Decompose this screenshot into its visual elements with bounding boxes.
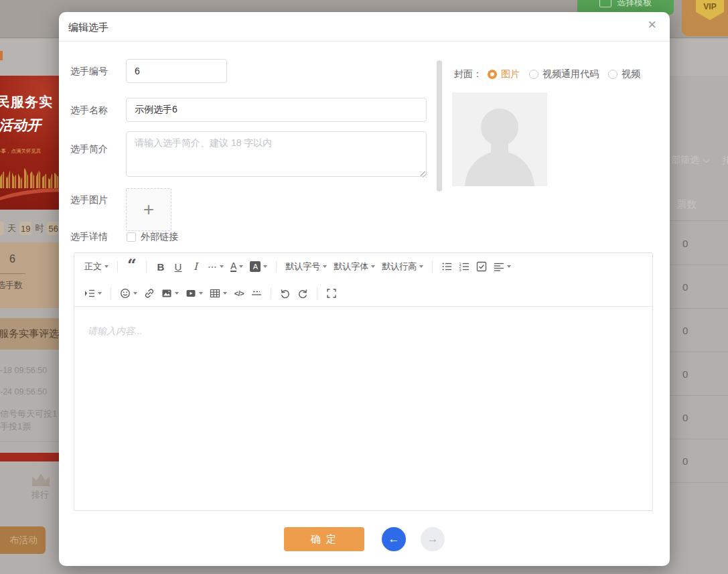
vip-button[interactable]: VIP bbox=[682, 0, 728, 36]
insert-table-dropdown[interactable] bbox=[206, 284, 230, 303]
publish-activity-button[interactable]: 布活动 bbox=[0, 526, 46, 554]
end-time-text: -24 09:56:50 bbox=[0, 387, 47, 397]
dialog-title: 编辑选手 bbox=[68, 21, 108, 34]
name-input[interactable] bbox=[126, 98, 427, 122]
dialog-footer: 确 定 ← → bbox=[59, 527, 670, 551]
stat-label: 选手数 bbox=[0, 279, 23, 291]
arrow-right-icon: → bbox=[427, 532, 439, 546]
table-row: 0 bbox=[670, 352, 728, 396]
cover-option-video-code[interactable]: 视频通用代码 bbox=[529, 68, 599, 80]
toolbar-separator bbox=[317, 287, 317, 299]
stat-divider bbox=[0, 273, 25, 274]
caret-down-icon bbox=[223, 292, 227, 295]
plus-icon: + bbox=[143, 199, 154, 220]
number-input[interactable] bbox=[126, 59, 227, 83]
cover-option-label: 视频通用代码 bbox=[542, 68, 599, 80]
editor-placeholder: 请输入内容... bbox=[88, 326, 143, 338]
radio-icon bbox=[608, 70, 617, 79]
caret-down-icon bbox=[419, 265, 423, 268]
votes-column-header: 票数 bbox=[670, 188, 728, 221]
fullscreen-button[interactable] bbox=[323, 284, 340, 303]
contestant-stat-card: 6 选手数 bbox=[0, 242, 59, 308]
close-icon[interactable]: × bbox=[648, 17, 656, 32]
numbered-list-button[interactable]: 1 2 3 bbox=[455, 257, 473, 276]
cover-option-video[interactable]: 视频 bbox=[608, 68, 640, 80]
vote-count: 0 bbox=[682, 412, 688, 423]
image-upload-button[interactable]: + bbox=[126, 188, 171, 231]
vote-count: 0 bbox=[682, 455, 688, 467]
paragraph-style-dropdown[interactable]: 正文 bbox=[81, 257, 112, 276]
table-row: 0 bbox=[670, 439, 728, 483]
confirm-button[interactable]: 确 定 bbox=[284, 527, 364, 551]
font-color-dropdown[interactable]: A bbox=[227, 257, 246, 276]
undo-button[interactable] bbox=[277, 284, 294, 303]
highlight-color-dropdown[interactable]: A bbox=[246, 257, 271, 276]
numbered-list-icon: 1 2 3 bbox=[459, 261, 469, 272]
cover-option-label: 视频 bbox=[622, 68, 640, 80]
link-button[interactable] bbox=[141, 284, 158, 303]
font-family-dropdown[interactable]: 默认字体 bbox=[330, 257, 378, 276]
bold-icon: B bbox=[157, 261, 165, 273]
table-row: 0 bbox=[670, 309, 728, 352]
bullet-list-icon bbox=[441, 261, 452, 272]
vote-rule-line2: 手投1票 bbox=[0, 420, 57, 433]
font-size-dropdown[interactable]: 默认字号 bbox=[282, 257, 330, 276]
bullet-list-button[interactable] bbox=[438, 257, 455, 276]
caret-down-icon bbox=[104, 265, 108, 268]
image-icon bbox=[161, 288, 172, 299]
choose-template-label: 选择模板 bbox=[617, 0, 652, 9]
radio-selected-icon bbox=[488, 70, 497, 79]
redo-icon bbox=[297, 288, 308, 299]
caret-down-icon bbox=[220, 265, 224, 268]
table-icon bbox=[210, 288, 220, 299]
caret-down-icon bbox=[323, 265, 327, 268]
task-list-button[interactable] bbox=[473, 257, 490, 276]
divider-button[interactable] bbox=[248, 284, 265, 303]
filter-dropdown[interactable]: 部筛选 bbox=[671, 154, 709, 166]
code-block-button[interactable]: </> bbox=[230, 284, 248, 303]
activity-banner: 民服务实 活动开 小事，点滴关怀见真 bbox=[0, 76, 59, 210]
quote-icon: “ bbox=[127, 262, 137, 271]
dialog-header: 编辑选手 × bbox=[59, 12, 670, 42]
cover-option-image[interactable]: 图片 bbox=[488, 68, 520, 80]
intro-textarea[interactable] bbox=[126, 131, 427, 177]
align-icon bbox=[494, 261, 504, 272]
cover-image-preview[interactable] bbox=[452, 92, 547, 186]
underline-button[interactable]: U bbox=[169, 257, 187, 276]
form-scrollbar-thumb[interactable] bbox=[437, 60, 442, 192]
blockquote-button[interactable]: “ bbox=[123, 257, 141, 276]
line-height-dropdown[interactable]: 默认行高 bbox=[378, 257, 427, 276]
highlight-color-icon: A bbox=[250, 261, 261, 272]
redo-button[interactable] bbox=[294, 284, 311, 303]
textarea-resize-grip[interactable] bbox=[421, 171, 427, 177]
italic-icon: I bbox=[194, 261, 198, 273]
align-dropdown[interactable] bbox=[490, 257, 514, 276]
red-banner-strip bbox=[0, 453, 59, 461]
countdown: 天 19 时 56 bbox=[0, 221, 63, 236]
vote-rule-line1: 信号每天可投1 bbox=[0, 407, 57, 420]
sort-dropdown-partial[interactable]: 排 bbox=[723, 155, 728, 167]
vip-shield-icon: VIP bbox=[696, 0, 724, 20]
caret-down-icon bbox=[199, 292, 203, 295]
italic-button[interactable]: I bbox=[187, 257, 204, 276]
caret-down-icon bbox=[98, 292, 102, 295]
previous-contestant-button[interactable]: ← bbox=[382, 527, 406, 551]
emoji-dropdown[interactable] bbox=[117, 284, 141, 303]
indent-dropdown[interactable] bbox=[81, 284, 105, 303]
countdown-hour-label: 时 bbox=[35, 222, 44, 234]
more-styles-dropdown[interactable]: ⋯ bbox=[204, 257, 227, 276]
countdown-day-label: 天 bbox=[7, 222, 16, 234]
svg-text:3: 3 bbox=[459, 268, 461, 272]
ranking-nav-label[interactable]: 排行 bbox=[31, 489, 49, 501]
caret-down-icon bbox=[507, 265, 511, 268]
next-contestant-button[interactable]: → bbox=[421, 527, 445, 551]
vote-count: 0 bbox=[682, 281, 688, 293]
code-icon: </> bbox=[234, 289, 244, 297]
bold-button[interactable]: B bbox=[152, 257, 169, 276]
external-link-checkbox[interactable] bbox=[127, 232, 136, 242]
vote-count: 0 bbox=[682, 368, 688, 380]
insert-video-dropdown[interactable] bbox=[182, 284, 206, 303]
video-icon bbox=[186, 288, 196, 299]
insert-image-dropdown[interactable] bbox=[158, 284, 182, 303]
editor-content-area[interactable]: 请输入内容... bbox=[74, 307, 652, 511]
